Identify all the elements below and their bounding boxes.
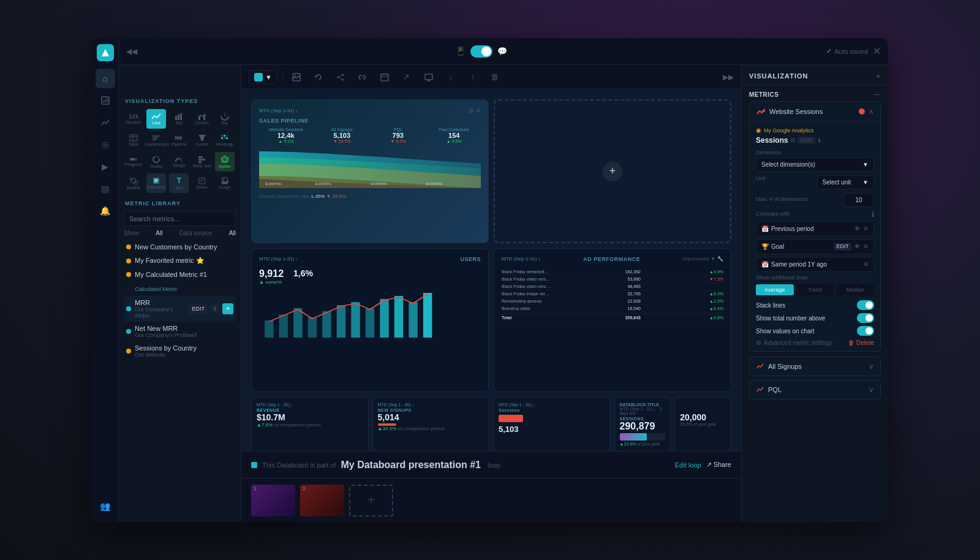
metric-edit-label[interactable]: EDIT — [797, 137, 816, 144]
toolbar-monitor-icon[interactable] — [420, 69, 437, 86]
additional-lines-section: Show additional lines Average Trend Medi… — [756, 274, 874, 295]
nav-icon-chart[interactable] — [96, 113, 115, 132]
metric-item-mrr[interactable]: MRR Our Company's Stripe EDIT ℹ + — [124, 296, 236, 322]
viz-number[interactable]: 123 Number — [124, 109, 143, 129]
toolbar-image-icon[interactable] — [288, 69, 305, 86]
toolbar-link-icon[interactable] — [354, 69, 371, 86]
metric-item-calculated[interactable]: My Calculated Metric #1 — [124, 268, 236, 281]
tab-average[interactable]: Average — [756, 284, 794, 295]
edit-loop-button[interactable]: Edit loop — [675, 461, 701, 469]
metric-name: New Customers by Country — [135, 243, 233, 251]
metric-item-favorited[interactable]: My Favorited metric ⭐ — [124, 254, 236, 268]
viz-datastory[interactable]: Data story — [146, 173, 166, 193]
eye-icon[interactable]: 👁 — [854, 225, 861, 233]
loop-link[interactable]: My Databoard presentation #1 — [341, 460, 481, 471]
viz-horizbar[interactable]: Horiz. bar — [192, 152, 212, 172]
metric-card-expand[interactable]: ∧ — [869, 107, 874, 116]
viz-progress[interactable]: Progress — [124, 152, 143, 172]
viz-pipeline[interactable]: Pipeline — [169, 131, 189, 150]
all-signups-metric[interactable]: All Signups ∨ — [749, 357, 881, 376]
viz-table[interactable]: Table — [124, 131, 143, 150]
viz-combo[interactable]: Combo — [192, 109, 212, 129]
toolbar-share-icon[interactable] — [332, 69, 349, 86]
viz-pie[interactable]: Pie — [215, 109, 235, 129]
viz-text[interactable]: T Text — [169, 173, 189, 193]
compare-info-icon[interactable]: ℹ — [872, 211, 874, 219]
advanced-metric-settings-button[interactable]: Advanced metric settings — [764, 339, 832, 346]
viz-bar[interactable]: Bar — [169, 109, 189, 129]
viz-leaderboard[interactable]: Leaderboard — [146, 131, 166, 150]
total-number-toggle[interactable] — [857, 313, 874, 323]
nav-icon-users[interactable]: 👥 — [96, 496, 115, 516]
tab-trend[interactable]: Trend — [796, 284, 834, 295]
viz-heatmap[interactable]: Heatmap — [215, 131, 235, 150]
toolbar-download-icon[interactable]: ↓ — [442, 69, 459, 86]
show-values-toggle[interactable] — [857, 326, 874, 336]
eye-icon-2[interactable]: 👁 — [854, 243, 861, 251]
svg-text:100%: 100% — [265, 182, 282, 186]
nav-icon-alerts[interactable]: 🔔 — [96, 201, 115, 221]
unit-select[interactable]: Select unit ▼ — [817, 175, 875, 189]
funnel-more-icon[interactable]: ✕ — [476, 107, 481, 114]
close-same-period-button[interactable]: ✕ — [863, 260, 869, 268]
close-goal-button[interactable]: ✕ — [863, 243, 869, 251]
nav-icon-home[interactable]: ⌂ — [96, 69, 115, 88]
viz-spider[interactable]: Spider — [215, 152, 235, 172]
toolbar-calendar-icon[interactable] — [376, 69, 393, 86]
close-comparison-button[interactable]: ✕ — [863, 225, 869, 233]
metric-item-netmrr[interactable]: Net New MRR Our Company's Profitwell — [124, 322, 236, 341]
viz-radial[interactable]: Radial — [146, 152, 166, 172]
add-metric-panel-button[interactable]: + — [876, 71, 881, 81]
metric-info-button[interactable]: ℹ — [210, 303, 220, 313]
metric-item-sessions-country[interactable]: Sessions by Country Our Website — [124, 341, 236, 361]
metric-info-icon[interactable]: ℹ — [818, 137, 821, 144]
slide-1-thumbnail[interactable]: 1 — [251, 485, 295, 516]
goal-edit-button[interactable]: EDIT — [834, 243, 851, 251]
dimension-select[interactable]: Select dimension(s) ▼ — [756, 157, 874, 172]
share-button[interactable]: ↗ Share — [706, 461, 731, 469]
pql-expand[interactable]: ∨ — [869, 385, 874, 394]
slide-2-thumbnail[interactable]: 2 — [300, 485, 344, 516]
nav-icon-goals[interactable]: ◎ — [96, 135, 115, 154]
loop-bar: This Databoard is part of My Databoard p… — [241, 451, 741, 478]
viz-line[interactable]: Line — [146, 109, 166, 129]
nav-icon-reports[interactable] — [96, 91, 115, 110]
loop-dot — [251, 462, 257, 468]
toolbar-trash-icon[interactable]: 🗑 — [486, 69, 503, 86]
datasource-select[interactable]: All — [229, 230, 236, 236]
metric-add-button[interactable]: + — [222, 303, 233, 314]
add-slide-button[interactable]: + — [349, 485, 393, 516]
delete-metric-button[interactable]: 🗑 Delete — [848, 339, 874, 346]
toolbar-upload-icon[interactable]: ↑ — [464, 69, 481, 86]
pql-metric[interactable]: PQL ∨ — [749, 380, 881, 399]
toolbar-undo-icon[interactable] — [310, 69, 327, 86]
collapse-right-button[interactable]: ▶▶ — [723, 73, 734, 81]
chart-type-dropdown[interactable]: ▼ — [249, 70, 277, 84]
add-widget-button[interactable]: + — [494, 99, 731, 243]
app-logo[interactable] — [97, 44, 114, 61]
stack-lines-toggle[interactable] — [857, 300, 874, 310]
metric-search-input[interactable] — [124, 211, 236, 226]
metric-item-new-customers[interactable]: New Customers by Country — [124, 240, 236, 254]
all-signups-expand[interactable]: ∨ — [869, 362, 874, 371]
viz-image[interactable]: Image — [215, 173, 235, 193]
ga-name: My Google Analytics — [764, 127, 814, 134]
viz-gauge[interactable]: Gauge — [169, 152, 189, 172]
metric-edit-button[interactable]: EDIT — [189, 303, 208, 314]
viz-funnel[interactable]: Funnel — [192, 131, 212, 150]
viz-bubble[interactable]: Bubble — [124, 173, 143, 193]
metrics-collapse-button[interactable]: — — [873, 90, 881, 99]
nav-icon-video[interactable]: ▶ — [96, 157, 115, 176]
funnel-expand-icon[interactable]: ⊞ — [469, 107, 473, 114]
metric-copy-icon[interactable]: ⧉ — [791, 137, 795, 144]
gear-icon[interactable]: ⚙ — [756, 339, 761, 346]
add-widget-icon: + — [603, 162, 622, 181]
toolbar-share2-icon[interactable]: ↗ — [398, 69, 415, 86]
svg-rect-5 — [175, 116, 177, 120]
viz-notes[interactable]: Notes — [192, 173, 212, 193]
show-select[interactable]: All — [156, 230, 162, 236]
max-dimensions-input[interactable] — [843, 193, 874, 207]
nav-icon-data[interactable]: ▤ — [96, 179, 115, 199]
funnel-card: MTD (Sep 1-31) ↓ ⊞ ✕ SALES PIPELINE Webs… — [251, 99, 489, 243]
tab-median[interactable]: Median — [836, 284, 874, 295]
